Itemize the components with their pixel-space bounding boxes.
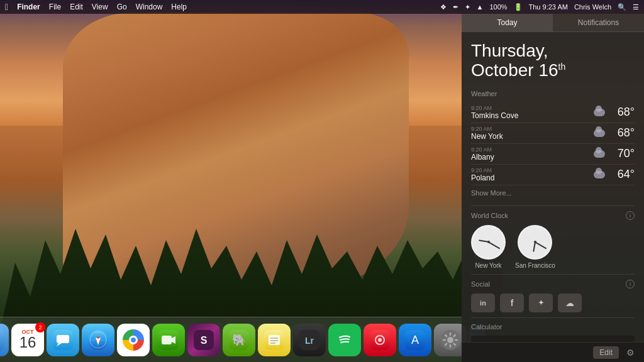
dock-chrome[interactable] — [117, 324, 150, 356]
battery-label: 100% — [489, 3, 507, 11]
dock-safari[interactable] — [82, 324, 114, 356]
dock-finder[interactable] — [0, 324, 9, 356]
cloud-button[interactable]: ☁ — [558, 293, 582, 312]
dock-facetime[interactable] — [152, 324, 185, 356]
weather-icon-2 — [593, 148, 606, 160]
world-clock-title: World Clock — [471, 212, 626, 219]
battery-icon: 🔋 — [514, 3, 523, 11]
menubar-left:  Finder File Edit View Go Window Help — [5, 2, 187, 12]
clocks-row: New York San Francisco — [471, 225, 635, 269]
menubar-right: ❖ ✒ ✦ ▲ 100% 🔋 Thu 9:23 AM Chris Welch 🔍… — [440, 3, 640, 11]
username[interactable]: Chris Welch — [574, 3, 611, 11]
dropbox-icon[interactable]: ❖ — [440, 3, 447, 11]
weather-item-0: 9:20 AM Tomkins Cove 68° — [471, 102, 635, 123]
el-capitan-rock — [63, 13, 409, 289]
linkedin-button[interactable]: in — [471, 293, 495, 312]
menu-go[interactable]: Go — [117, 3, 127, 11]
weather-icon-0 — [593, 106, 606, 119]
dock-appstore[interactable]: A — [399, 324, 431, 356]
weather-icon-1 — [593, 127, 606, 140]
search-icon[interactable]: 🔍 — [618, 3, 626, 11]
dock: OCT 16 2 — [0, 317, 462, 362]
clock-face-new-york — [471, 225, 506, 260]
social-info[interactable]: i — [626, 280, 635, 288]
weather-section-title: Weather — [471, 90, 635, 97]
dock-lightroom[interactable]: Lr — [293, 324, 326, 356]
clock-new-york: New York — [471, 225, 506, 269]
svg-point-34 — [447, 337, 453, 343]
tab-today[interactable]: Today — [462, 14, 553, 31]
nc-date-line2: October 16th — [471, 61, 635, 80]
world-clock-info[interactable]: i — [626, 211, 635, 220]
svg-rect-0 — [0, 329, 4, 351]
social-header: Social i — [471, 280, 635, 288]
svg-point-30 — [378, 338, 382, 342]
svg-rect-21 — [269, 335, 280, 345]
dock-slack[interactable]: S — [187, 324, 220, 356]
apple-menu[interactable]:  — [5, 2, 8, 12]
notification-center-panel: Today Notifications Thursday, October 16… — [462, 14, 644, 362]
nc-date-line1: Thursday, — [471, 41, 635, 61]
calendar-badge: 2 — [35, 322, 45, 332]
nc-content: Thursday, October 16th Weather 9:20 AM T… — [462, 32, 644, 343]
svg-text:A: A — [411, 334, 419, 346]
social-title: Social — [471, 280, 626, 288]
dock-notes[interactable] — [258, 324, 291, 356]
twitter-button[interactable]: ✦ — [529, 293, 553, 312]
weather-item-2: 9:20 AM Albany 70° — [471, 144, 635, 165]
clock-label-sf: San Francisco — [515, 262, 555, 269]
tab-notifications[interactable]: Notifications — [553, 14, 644, 31]
clock-face-sf — [518, 225, 552, 260]
divider-3 — [471, 317, 635, 318]
clock-label-ny: New York — [475, 262, 501, 269]
menu-view[interactable]: View — [92, 3, 108, 11]
pen-icon[interactable]: ✒ — [453, 3, 458, 11]
nc-tabs: Today Notifications — [462, 14, 644, 32]
dock-music[interactable] — [364, 324, 396, 356]
world-clock-header: World Clock i — [471, 211, 635, 220]
nc-date: Thursday, October 16th — [471, 41, 635, 80]
hour-hand-sf — [533, 242, 536, 252]
wifi-icon[interactable]: ▲ — [477, 3, 484, 11]
menubar:  Finder File Edit View Go Window Help ❖… — [0, 0, 644, 14]
calculator-title: Calculator — [471, 323, 635, 331]
nc-settings-icon[interactable]: ⚙ — [624, 346, 636, 359]
minute-hand-ny — [488, 241, 500, 249]
weather-icon-3 — [593, 168, 606, 181]
clock-san-francisco: San Francisco — [515, 225, 555, 269]
weather-item-1: 9:20 AM New York 68° — [471, 123, 635, 144]
svg-text:Lr: Lr — [305, 336, 314, 346]
list-icon[interactable]: ☰ — [633, 3, 639, 11]
dock-calendar[interactable]: OCT 16 2 — [11, 324, 44, 356]
svg-text:🐘: 🐘 — [232, 333, 247, 347]
app-name[interactable]: Finder — [17, 3, 40, 11]
menu-window[interactable]: Window — [136, 3, 163, 11]
show-more-weather[interactable]: Show More... — [471, 185, 635, 200]
menu-help[interactable]: Help — [171, 3, 187, 11]
menu-edit[interactable]: Edit — [70, 3, 83, 11]
clock: Thu 9:23 AM — [529, 3, 568, 11]
menu-file[interactable]: File — [49, 3, 61, 11]
dock-messages[interactable] — [47, 324, 79, 356]
edit-button[interactable]: Edit — [593, 346, 619, 359]
dock-spotify[interactable] — [328, 324, 361, 356]
svg-text:S: S — [201, 335, 208, 346]
svg-rect-5 — [57, 335, 69, 343]
svg-rect-14 — [162, 336, 172, 344]
social-row: in f ✦ ☁ — [471, 293, 635, 312]
dock-evernote[interactable]: 🐘 — [223, 324, 255, 356]
weather-item-3: 9:20 AM Poland 64° — [471, 165, 635, 185]
facebook-button[interactable]: f — [500, 293, 524, 312]
svg-point-27 — [335, 330, 355, 350]
nc-bottom-bar: Edit ⚙ — [462, 342, 644, 362]
divider-2 — [471, 274, 635, 275]
bluetooth-icon[interactable]: ✦ — [465, 3, 470, 11]
minute-hand-sf — [535, 241, 547, 249]
divider-1 — [471, 206, 635, 206]
